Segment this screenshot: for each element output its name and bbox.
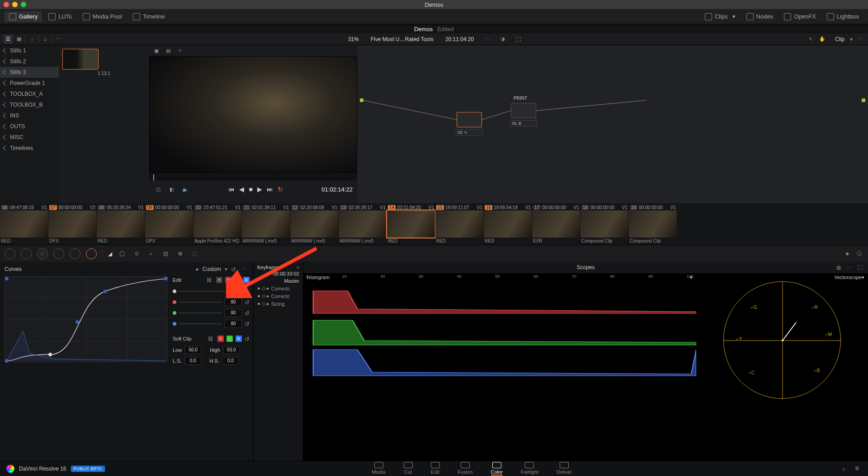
curves-mode-dropdown[interactable]: Custom (203, 266, 221, 272)
reset-red-button[interactable]: ↺ (245, 299, 250, 306)
intensity-slider-blue[interactable] (179, 323, 222, 324)
sidebar-item-powergrade-1[interactable]: PowerGrade 1 (0, 78, 59, 89)
clip-thumbnail[interactable]: 0700:00:00:00V2DPX (48, 204, 96, 243)
viewer-options-icon[interactable]: ⋯ (483, 35, 492, 44)
channel-g-button[interactable]: G (234, 277, 241, 283)
link-icon[interactable]: ⛓ (204, 275, 213, 285)
close-icon[interactable]: × (297, 265, 299, 270)
viewer-image[interactable] (149, 56, 357, 173)
clip-thumbnail[interactable]: 1700:00:00:00V1EXR (532, 204, 580, 243)
clip-thumbnail[interactable]: 1102:01:39:11V1ARRIRAW (.mxf) (242, 204, 290, 243)
channel-y-button[interactable]: Y (216, 277, 222, 283)
pointer-icon[interactable]: ↖ (806, 35, 815, 44)
node-options-icon[interactable]: ⋯ (855, 35, 864, 44)
clip-thumbnail[interactable]: 1800:00:00:00V1Compound Clip (580, 204, 628, 243)
page-tab-fusion[interactable]: Fusion (458, 462, 473, 476)
curves-reset-button[interactable]: ↺ (231, 266, 236, 273)
clip-thumbnail[interactable]: 0609:47:08:15V1RED (0, 204, 48, 243)
vectorscope-scope[interactable]: Vectorscope▾ ⌐R ⌐M ⌐B ⌐C ⌐Y ⌐G (696, 273, 868, 461)
intensity-white-value[interactable]: 80 (232, 287, 250, 295)
viewer-mode-a-icon[interactable]: ▣ (152, 46, 161, 55)
node-02-bar[interactable]: 02∿ (456, 129, 483, 135)
scope-options-icon[interactable]: ⋯ (845, 263, 854, 272)
reset-blue-button[interactable]: ↺ (245, 321, 250, 327)
key-icon[interactable]: ⚿ (161, 249, 170, 258)
intensity-slider-red[interactable] (179, 302, 222, 303)
sidebar-item-misc[interactable]: MISC (0, 132, 59, 143)
sidebar-item-ins[interactable]: INS (0, 110, 59, 121)
graph-output-port[interactable] (862, 98, 865, 102)
reset-green-button[interactable]: ↺ (245, 310, 250, 317)
link-icon[interactable]: ⛓ (206, 334, 215, 343)
hdr-wheels-icon[interactable] (53, 248, 64, 259)
mediapool-toggle[interactable]: Media Pool (78, 11, 127, 22)
softclip-hs-value[interactable]: 0.0 (222, 357, 239, 365)
grid-view-icon[interactable]: ▦ (14, 35, 24, 44)
playhead[interactable] (153, 174, 154, 181)
histogram-scope[interactable]: Histogram▾ 0102030405060708090100 (303, 273, 696, 461)
close-window-button[interactable] (4, 2, 9, 7)
intensity-green-value[interactable]: 80 (225, 309, 242, 317)
page-tab-color[interactable]: Color (491, 462, 503, 476)
clip-thumbnail[interactable]: 1619:56:54:19V1RED (484, 204, 532, 243)
clip-thumbnail[interactable]: 1519:59:11:07V1RED (435, 204, 483, 243)
softclip-b-button[interactable]: B (236, 336, 242, 342)
page-tab-deliver[interactable]: Deliver (557, 462, 572, 476)
page-tab-fairlight[interactable]: Fairlight (521, 462, 538, 476)
stop-button[interactable]: ■ (249, 186, 252, 193)
info-icon[interactable]: ⓘ (854, 249, 863, 258)
vectorscope-label[interactable]: Vectorscope (834, 275, 862, 280)
softclip-reset-button[interactable]: ↺ (245, 336, 250, 342)
wheels-icon[interactable] (37, 248, 48, 259)
page-tab-cut[interactable]: Cut (404, 462, 413, 476)
clip-thumbnail[interactable]: 1202:20:08:06V1ARRIRAW (.mxf) (290, 204, 338, 243)
still-thumbnail[interactable] (62, 49, 99, 70)
timeline-toggle[interactable]: Timeline (128, 11, 170, 22)
header-timecode[interactable]: 20:11:04:20 (443, 36, 476, 42)
timeline-thumbnails[interactable]: 0609:47:08:15V1RED0700:00:00:00V2DPX0805… (0, 203, 868, 245)
last-frame-button[interactable]: ⏭ (267, 186, 273, 193)
openfx-toggle[interactable]: OpenFX (779, 11, 820, 22)
channel-r-button[interactable]: R (225, 277, 231, 283)
wipe-icon[interactable]: ◧ (167, 185, 176, 194)
sidebar-item-stills-2[interactable]: Stills 2 (0, 56, 59, 67)
clip-thumbnail[interactable]: 0805:20:28:24V1RED (97, 204, 145, 243)
qualifier-icon[interactable]: ◢ (108, 251, 112, 257)
list-view-icon[interactable]: ☰ (4, 35, 13, 44)
color-match-icon[interactable] (21, 248, 32, 259)
node-graph[interactable]: 02∿ PRINT 01⊘ (357, 45, 868, 203)
page-tab-edit[interactable]: Edit (431, 462, 440, 476)
curves-options-icon[interactable]: ⋯ (240, 265, 249, 274)
split-icon[interactable]: ◫ (154, 185, 163, 194)
tracker-icon[interactable]: ⊙ (132, 249, 141, 258)
clip-thumbnail[interactable]: 1900:00:00:00V1Compound Clip (629, 204, 677, 243)
viewer-wand-icon[interactable]: ✧ (175, 46, 184, 55)
page-tab-media[interactable]: Media (372, 462, 386, 476)
loop-button[interactable]: ↻ (278, 186, 283, 193)
blur-icon[interactable]: ≈ (146, 249, 156, 258)
intensity-slider-green[interactable] (179, 313, 222, 313)
scope-layout-icon[interactable]: ▥ (834, 263, 843, 272)
keyframe-item[interactable]: ● ◇ ▸ Correctc (257, 292, 299, 300)
lightbox-toggle[interactable]: Lightbox (822, 11, 863, 22)
viewer-timecode[interactable]: 01:02:14:22 (321, 186, 353, 193)
softclip-ls-value[interactable]: 0.0 (184, 357, 202, 365)
clip-title[interactable]: Five Most U…Rated Tools (368, 36, 436, 42)
gallery-toggle[interactable]: Gallery (5, 11, 42, 22)
intensity-slider-white[interactable] (179, 291, 230, 292)
sidebar-item-toolbox-a[interactable]: TOOLBOX_A (0, 89, 59, 99)
minimize-window-button[interactable] (12, 2, 18, 7)
intensity-red-value[interactable]: 80 (225, 298, 242, 306)
first-frame-button[interactable]: ⏮ (228, 186, 235, 193)
hand-icon[interactable]: ✋ (818, 35, 827, 44)
clip-thumbnail[interactable]: 1023:47:51:21V1Apple ProRes 422 HQ (193, 204, 241, 243)
softclip-low-value[interactable]: 50.0 (184, 346, 202, 354)
camera-raw-icon[interactable] (5, 248, 15, 259)
sidebar-item-outs[interactable]: OUTS (0, 121, 59, 132)
node-01-bar[interactable]: 01⊘ (510, 120, 537, 126)
sidebar-item-stills-3[interactable]: Stills 3 (0, 67, 59, 78)
play-button[interactable]: ▶ (257, 186, 262, 193)
bypass-icon[interactable]: ◑ (498, 35, 507, 44)
scope-expand-icon[interactable]: ⛶ (855, 263, 864, 272)
3d-icon[interactable]: ⬚ (190, 249, 199, 258)
